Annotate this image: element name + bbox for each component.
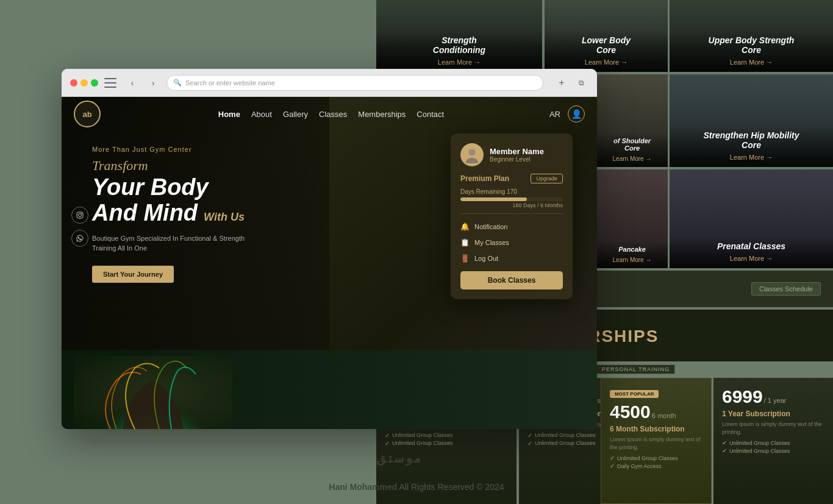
footer-author: Hani Mohammed	[329, 482, 397, 492]
feature-1year-1: ✓ Unlimited Group Classes	[722, 439, 824, 446]
navigation: ab Home About Gallery Classes Membership…	[62, 97, 597, 131]
hero-description: Boutique Gym Specialized In Functional &…	[92, 233, 245, 254]
nav-memberships[interactable]: Memberships	[358, 110, 406, 119]
footer: Hani Mohammed All Rights Reserved © 2024	[0, 482, 833, 492]
card-link-prenatal[interactable]: Learn More →	[676, 255, 827, 262]
browser-window: ‹ › 🔍 Search or enter website name + ⧉ a…	[62, 69, 597, 429]
feature-6month-2: ✓ Daily Gym Access	[610, 463, 703, 469]
card-title-upper: Upper Body Strength Core	[676, 35, 827, 55]
card-link-hip[interactable]: Learn More →	[676, 154, 827, 161]
colorful-head-graphic	[74, 356, 232, 429]
nav-about[interactable]: About	[251, 110, 272, 119]
days-subscription-text: 180 Days / 6 Months	[460, 202, 563, 208]
desc-6month: Lorem Ipsum is simply dummy text of the …	[610, 436, 703, 451]
hero-with-us: With Us	[204, 211, 245, 224]
profile-avatar	[460, 143, 484, 166]
upgrade-button[interactable]: Upgrade	[531, 174, 563, 183]
card-title-prenatal: Prenatal Classes	[676, 241, 827, 251]
nav-classes[interactable]: Classes	[319, 110, 347, 119]
nav-right: AR 👤	[549, 105, 585, 122]
watermark-text: موستق	[376, 451, 423, 466]
instagram-icon[interactable]	[71, 207, 88, 224]
logout-icon: 🚪	[460, 254, 470, 263]
browser-actions: + ⧉	[554, 76, 588, 90]
check-icon-1: ✓	[385, 432, 390, 439]
back-button[interactable]: ‹	[125, 76, 140, 90]
check-icon-4: ✓	[527, 440, 532, 447]
card-title-lower: Lower Body Core	[551, 35, 662, 55]
address-bar-text: Search or enter website name	[185, 79, 275, 87]
hero-content: More Than Just Gym Center Transform Your…	[92, 146, 245, 283]
svg-rect-0	[77, 212, 83, 218]
profile-header: Member Name Beginner Level	[460, 143, 563, 166]
desc-1year: Lorem Ipsum is simply dummy text of the …	[722, 421, 824, 436]
my-classes-label: My Classes	[474, 239, 509, 246]
address-bar[interactable]: 🔍 Search or enter website name	[166, 75, 543, 91]
whatsapp-icon[interactable]	[71, 230, 88, 247]
check-icon-3: ✓	[527, 432, 532, 439]
days-label: Days Remaining 170	[460, 188, 563, 195]
logout-label: Log Out	[474, 255, 498, 262]
website-content: ab Home About Gallery Classes Membership…	[62, 97, 597, 429]
profile-name: Member Name	[490, 147, 544, 156]
feature-1month-1: ✓ Unlimited Group Classes	[385, 432, 508, 439]
card-link-strength[interactable]: Learn More →	[382, 59, 536, 66]
nav-links: Home About Gallery Classes Memberships C…	[113, 110, 549, 119]
profile-dropdown: Member Name Beginner Level Premium Plan …	[451, 133, 573, 299]
plan-label: Premium Plan	[460, 174, 509, 183]
nav-gallery[interactable]: Gallery	[283, 110, 308, 119]
hero-title-line2-container: And Mind With Us	[92, 201, 245, 226]
my-classes-item[interactable]: 📋 My Classes	[460, 235, 563, 250]
my-classes-icon: 📋	[460, 238, 470, 247]
card-link-upper[interactable]: Learn More →	[676, 59, 827, 66]
schedule-button[interactable]: Classes Schedule	[751, 282, 821, 296]
hero-title-line1: Your Body	[92, 175, 245, 201]
browser-dots	[70, 79, 98, 87]
svg-point-1	[79, 214, 82, 217]
sidebar-toggle-icon[interactable]	[104, 76, 119, 90]
feature-6month-1: ✓ Unlimited Group Classes	[610, 455, 703, 461]
svg-point-4	[466, 158, 478, 163]
days-progress-bar	[460, 197, 563, 201]
personal-training-tag: PERSONAL TRAINING	[596, 364, 675, 374]
feature-1year-2: ✓ Unlimited Group Classes	[722, 447, 824, 454]
check-icon-8: ✓	[722, 447, 727, 454]
title-6month: 6 Month Subscription	[610, 425, 703, 433]
new-tab-button[interactable]: +	[554, 76, 569, 90]
profile-info: Member Name Beginner Level	[490, 147, 544, 163]
check-icon-5: ✓	[610, 455, 615, 461]
logo[interactable]: ab	[74, 101, 101, 127]
start-journey-button[interactable]: Start Your Journey	[92, 266, 174, 283]
feature-1month-2: ✓ Unlimited Group Classes	[385, 440, 508, 447]
nav-language[interactable]: AR	[549, 110, 560, 119]
nav-home[interactable]: Home	[218, 110, 240, 119]
copy-button[interactable]: ⧉	[574, 76, 588, 90]
period-6month: 6 month	[652, 412, 676, 419]
days-progress-fill	[460, 197, 527, 201]
book-classes-button[interactable]: Book Classes	[460, 271, 563, 289]
bg-card-shoulder: of Shoulder Core Learn More →	[596, 74, 668, 167]
hero-title-line2-text: And Mind	[92, 201, 198, 226]
bg-card-prenatal: Prenatal Classes Learn More →	[670, 169, 833, 268]
logout-item[interactable]: 🚪 Log Out	[460, 250, 563, 266]
check-icon-2: ✓	[385, 440, 390, 447]
user-account-icon[interactable]: 👤	[568, 105, 585, 122]
svg-point-3	[468, 149, 475, 155]
browser-minimize-dot[interactable]	[80, 79, 88, 87]
svg-point-2	[81, 213, 82, 215]
card-link-pancake[interactable]: Learn More →	[601, 257, 663, 263]
forward-button[interactable]: ›	[146, 76, 160, 90]
period-1year: / 1 year	[764, 397, 787, 404]
nav-contact[interactable]: Contact	[416, 110, 444, 119]
title-1year: 1 Year Subscription	[722, 410, 824, 418]
bg-card-strength: Strength Conditioning Learn More →	[376, 0, 542, 72]
profile-level: Beginner Level	[490, 156, 544, 163]
card-link-lower[interactable]: Learn More →	[551, 59, 662, 66]
notification-item[interactable]: 🔔 Notification	[460, 219, 563, 235]
browser-maximize-dot[interactable]	[91, 79, 98, 87]
hero-script-text: Transform	[92, 158, 245, 174]
card-link-shoulder[interactable]: Learn More →	[601, 155, 663, 162]
browser-close-dot[interactable]	[70, 79, 77, 87]
bg-card-upper: Upper Body Strength Core Learn More →	[670, 0, 833, 72]
search-icon: 🔍	[173, 79, 182, 87]
